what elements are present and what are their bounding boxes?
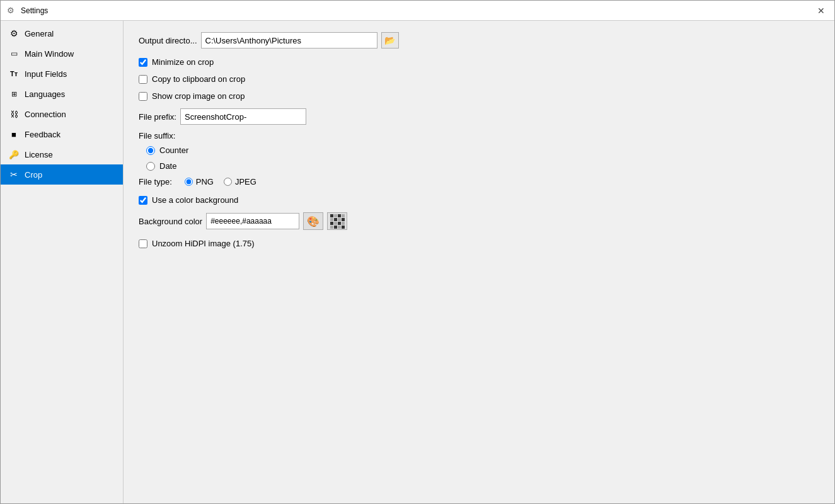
window-title: Settings bbox=[21, 6, 48, 15]
background-color-label: Background color bbox=[139, 217, 202, 226]
use-color-background-checkbox[interactable] bbox=[139, 196, 147, 205]
file-type-jpeg-radio[interactable] bbox=[224, 178, 232, 186]
close-button[interactable]: ✕ bbox=[813, 3, 829, 19]
show-crop-image-label[interactable]: Show crop image on crop bbox=[152, 91, 245, 101]
show-crop-image-row: Show crop image on crop bbox=[139, 91, 819, 101]
minimize-on-crop-row: Minimize on crop bbox=[139, 57, 819, 67]
use-color-background-label[interactable]: Use a color background bbox=[152, 195, 238, 205]
sidebar-item-label: Connection bbox=[25, 110, 66, 119]
suffix-counter-row: Counter bbox=[146, 146, 819, 155]
sidebar-item-crop[interactable]: ✂ Crop bbox=[1, 164, 123, 185]
settings-window: ⚙ Settings ✕ ⚙ General ▭ Main Window Tт … bbox=[0, 0, 835, 504]
suffix-date-row: Date bbox=[146, 161, 819, 171]
gear-icon: ⚙ bbox=[8, 28, 20, 39]
main-panel: Output directo... 📂 Minimize on crop Cop… bbox=[124, 21, 834, 503]
sidebar-item-label: Feedback bbox=[25, 130, 60, 139]
sidebar-item-languages[interactable]: ⊞ Languages bbox=[1, 84, 123, 104]
grid-icon bbox=[330, 214, 345, 229]
sidebar: ⚙ General ▭ Main Window Tт Input Fields … bbox=[1, 21, 124, 503]
copy-to-clipboard-label[interactable]: Copy to clipboard on crop bbox=[152, 74, 245, 84]
file-type-jpeg-label[interactable]: JPEG bbox=[235, 177, 256, 186]
file-prefix-input[interactable] bbox=[180, 108, 306, 125]
sidebar-item-general[interactable]: ⚙ General bbox=[1, 23, 123, 43]
title-bar-left: ⚙ Settings bbox=[7, 6, 48, 16]
languages-icon: ⊞ bbox=[8, 88, 20, 100]
sidebar-item-label: Input Fields bbox=[25, 69, 67, 79]
crop-icon: ✂ bbox=[8, 169, 20, 180]
window-icon: ⚙ bbox=[7, 6, 17, 16]
sidebar-item-input-fields[interactable]: Tт Input Fields bbox=[1, 64, 123, 84]
file-type-png-radio[interactable] bbox=[185, 178, 193, 186]
sidebar-item-label: General bbox=[25, 29, 54, 38]
title-bar: ⚙ Settings ✕ bbox=[1, 1, 834, 21]
suffix-date-radio[interactable] bbox=[146, 162, 155, 171]
folder-icon: 📂 bbox=[384, 35, 395, 45]
show-crop-image-checkbox[interactable] bbox=[139, 92, 147, 101]
sidebar-item-connection[interactable]: ⛓ Connection bbox=[1, 104, 123, 124]
output-directory-input[interactable] bbox=[201, 32, 377, 49]
file-suffix-label: File suffix: bbox=[139, 131, 819, 140]
background-color-row: Background color 🎨 bbox=[139, 212, 819, 230]
suffix-date-label[interactable]: Date bbox=[159, 161, 176, 171]
file-type-jpeg-option: JPEG bbox=[224, 177, 256, 186]
sidebar-item-main-window[interactable]: ▭ Main Window bbox=[1, 43, 123, 64]
background-color-input[interactable] bbox=[206, 213, 299, 229]
use-color-background-row: Use a color background bbox=[139, 195, 819, 205]
grid-color-button[interactable] bbox=[327, 212, 347, 230]
file-prefix-row: File prefix: bbox=[139, 108, 819, 125]
unzoom-hidpi-checkbox[interactable] bbox=[139, 239, 147, 248]
connection-icon: ⛓ bbox=[8, 108, 20, 120]
suffix-counter-label[interactable]: Counter bbox=[159, 146, 188, 155]
sidebar-item-license[interactable]: 🔑 License bbox=[1, 144, 123, 164]
copy-to-clipboard-checkbox[interactable] bbox=[139, 75, 147, 84]
file-type-png-option: PNG bbox=[185, 177, 214, 186]
content-area: ⚙ General ▭ Main Window Tт Input Fields … bbox=[1, 21, 834, 503]
sidebar-item-feedback[interactable]: ■ Feedback bbox=[1, 124, 123, 144]
sidebar-item-label: Crop bbox=[25, 170, 42, 180]
text-icon: Tт bbox=[8, 68, 20, 79]
output-directory-row: Output directo... 📂 bbox=[139, 32, 819, 49]
file-type-label: File type: bbox=[139, 177, 172, 186]
sidebar-item-label: Languages bbox=[25, 89, 65, 99]
unzoom-hidpi-label[interactable]: Unzoom HiDPI image (1.75) bbox=[152, 239, 255, 248]
output-directory-label: Output directo... bbox=[139, 36, 197, 45]
unzoom-hidpi-row: Unzoom HiDPI image (1.75) bbox=[139, 239, 819, 248]
window-icon: ▭ bbox=[8, 48, 20, 59]
file-prefix-label: File prefix: bbox=[139, 112, 176, 122]
minimize-on-crop-checkbox[interactable] bbox=[139, 58, 147, 67]
feedback-icon: ■ bbox=[8, 129, 20, 140]
minimize-on-crop-label[interactable]: Minimize on crop bbox=[152, 57, 214, 67]
copy-to-clipboard-row: Copy to clipboard on crop bbox=[139, 74, 819, 84]
key-icon: 🔑 bbox=[8, 149, 20, 160]
browse-button[interactable]: 📂 bbox=[381, 32, 399, 49]
sidebar-item-label: License bbox=[25, 150, 53, 159]
suffix-counter-radio[interactable] bbox=[146, 146, 155, 155]
file-type-row: File type: PNG JPEG bbox=[139, 177, 819, 186]
color-picker-button[interactable]: 🎨 bbox=[303, 212, 323, 230]
sidebar-item-label: Main Window bbox=[25, 49, 74, 59]
file-type-png-label[interactable]: PNG bbox=[196, 177, 214, 186]
palette-icon: 🎨 bbox=[307, 215, 320, 227]
